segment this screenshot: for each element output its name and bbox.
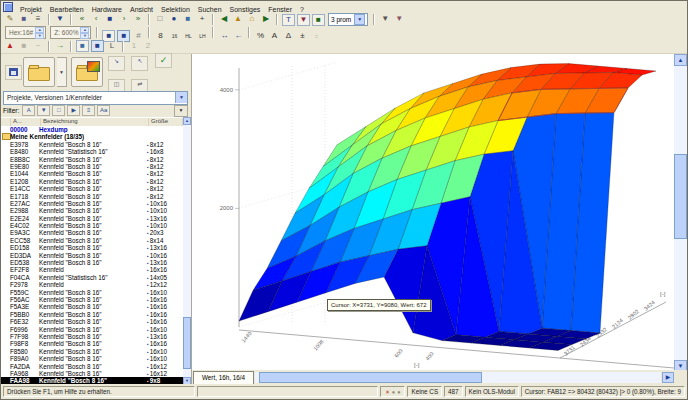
map-hscrollbar[interactable] [255, 372, 661, 383]
funnel-icon[interactable]: ▼ [379, 14, 391, 25]
list-item[interactable]: F56ACKennfeld "Bosch 8 16"▪16x16 [1, 296, 183, 303]
map-size-icon: ▪ [147, 230, 149, 236]
kennfelder-list[interactable]: 00000HexdumpMeine Kennfelder (18/35)E397… [1, 126, 183, 385]
menu-bearbeiten[interactable]: Bearbeiten [46, 6, 88, 13]
spinner-icon[interactable]: ▲▼ [80, 27, 89, 39]
list-item[interactable]: ED158Kennfeld "Bosch 8 16"▪13x16 [1, 244, 183, 251]
list-item[interactable]: F6996Kennfeld "Bosch 8 16"▪16x10 [1, 326, 183, 333]
scroll-up-icon[interactable]: ▲ [183, 117, 191, 125]
filter-option-icon[interactable]: Aa [97, 105, 110, 116]
scrollbar-thumb[interactable] [674, 154, 687, 239]
map-size-icon: ▪ [147, 208, 149, 214]
filter-dropdown-button[interactable]: ▼ [174, 105, 188, 117]
list-item[interactable]: F6E32Kennfeld "Bosch 8 16"▪16x16 [1, 318, 183, 325]
list-item[interactable]: E9E80Kennfeld "Bosch 8 16"▪8x12 [1, 163, 183, 170]
menu-fenster[interactable]: Fenster [264, 6, 296, 13]
list-item[interactable]: E8B8CKennfeld "Bosch 8 16"▪8x12 [1, 156, 183, 163]
list-item[interactable]: E1208Kennfeld "Bosch 8 16"▪8x12 [1, 178, 183, 185]
units-dropdown[interactable]: 3 prom▼ [328, 13, 368, 26]
list-item[interactable]: E4C02Kennfeld "Bosch 8 16"▪10x10 [1, 222, 183, 229]
open-kennfeld-button[interactable] [71, 57, 103, 87]
list-item[interactable]: F5BB0Kennfeld "Bosch 8 16"▪16x16 [1, 311, 183, 318]
svg-text:4000: 4000 [220, 87, 234, 93]
list-item[interactable]: E2988Kennfeld "Bosch 8 16"▪10x10 [1, 207, 183, 214]
bar-chart-icon[interactable]: ■ [18, 41, 30, 52]
apply-icon[interactable]: → [54, 41, 66, 52]
save-project-button[interactable] [5, 65, 22, 80]
list-item[interactable]: F89A0Kennfeld "Bosch 8 16"▪16x10 [1, 355, 183, 362]
scroll-up-icon[interactable]: ▲ [674, 54, 687, 66]
open-project-dropdown[interactable]: ▼ [57, 57, 67, 87]
list-item[interactable]: E27ACKennfeld "Bosch 8 16"▪10x16 [1, 200, 183, 207]
list-item[interactable]: F5A3EKennfeld "Bosch 8 16"▪16x16 [1, 303, 183, 310]
import-version-button[interactable]: ↘ [108, 56, 125, 71]
list-item[interactable]: E8480Kennfeld "Statistisch 16"▪16x8 [1, 148, 183, 155]
filter-option-icon[interactable]: ≡ [82, 105, 95, 116]
list-item[interactable]: ED3DAKennfeld "Bosch 8 16"▪10x16 [1, 252, 183, 259]
scroll-right-icon[interactable]: ▶ [662, 372, 674, 383]
scrollbar-thumb[interactable] [183, 317, 191, 369]
print-icon[interactable]: ≡ [32, 14, 44, 25]
list-item[interactable]: F7F98Kennfeld "Bosch 8 16"▪13x16 [1, 333, 183, 340]
hex-width-field[interactable]: Hex:16# ▲▼ [5, 26, 46, 39]
first-version-icon[interactable]: « [76, 14, 88, 25]
project-properties-icon[interactable]: ■ [18, 14, 30, 25]
list-item[interactable]: E1044Kennfeld "Bosch 8 16"▪8x12 [1, 170, 183, 177]
list-item[interactable]: ED538Kennfeld "Bosch 8 16"▪13x16 [1, 259, 183, 266]
map-size-icon: ▪ [147, 164, 149, 170]
menu-sonstiges[interactable]: Sonstiges [226, 6, 265, 13]
list-item-hexdump[interactable]: 00000Hexdump [1, 126, 183, 133]
list-item[interactable]: E14CCKennfeld "Bosch 8 16"▪8x12 [1, 185, 183, 192]
window-3d-icon[interactable]: ■ [91, 40, 104, 52]
zoom-field[interactable]: Z: 600% ▲▼ [50, 26, 91, 39]
header-size-col[interactable]: Größe [149, 118, 183, 126]
filter-option-icon[interactable]: ▶ [67, 105, 80, 116]
list-folder-row[interactable]: Meine Kennfelder (18/35) [1, 133, 183, 140]
funnel-config-icon[interactable]: ▼ [393, 14, 405, 25]
import-file-icon[interactable]: ▼ [54, 14, 66, 25]
chevron-down-icon[interactable]: ▼ [354, 14, 365, 25]
surface-chart[interactable]: 4000200014401008600400[-]373124342332212… [192, 54, 674, 372]
status-checksum: Keine CS [407, 386, 442, 397]
menu-?[interactable]: ? [296, 6, 308, 13]
chevron-down-icon[interactable]: ▼ [175, 92, 187, 103]
menu-selektion[interactable]: Selektion [157, 6, 194, 13]
list-item[interactable]: FA968Kennfeld "Bosch 8 16"▪16x12 [1, 370, 183, 377]
menu-projekt[interactable]: Projekt [16, 6, 46, 13]
filter-option-icon[interactable]: □ [52, 105, 65, 116]
list-item[interactable]: F559CKennfeld "Bosch 8 16"▪16x10 [1, 289, 183, 296]
filter-option-icon[interactable]: A [22, 105, 35, 116]
list-item[interactable]: ECC58Kennfeld "Bosch 8 16"▪8x14 [1, 237, 183, 244]
list-item[interactable]: E3978Kennfeld "Bosch 8 16"▪8x12 [1, 141, 183, 148]
list-item[interactable]: E1718Kennfeld "Bosch 8 16"▪8x12 [1, 193, 183, 200]
spinner-icon[interactable]: ▲▼ [35, 27, 44, 39]
app-icon[interactable] [3, 2, 13, 12]
menu-suchen[interactable]: Suchen [194, 6, 226, 13]
menu-hardware[interactable]: Hardware [88, 6, 126, 13]
value-tab[interactable]: Wert, 16h, 16/4 [193, 371, 254, 384]
list-item[interactable]: F04CAKennfeld "Statistisch 16"▪14x05 [1, 274, 183, 281]
menu-ansicht[interactable]: Ansicht [126, 6, 157, 13]
scrollbar-thumb[interactable] [259, 372, 482, 383]
list-item[interactable]: E2E24Kennfeld "Bosch 8 16"▪13x16 [1, 215, 183, 222]
accept-button[interactable]: ✓ [155, 53, 172, 68]
list-item[interactable]: F2978Kennfeld▪12x12 [1, 281, 183, 288]
list-item[interactable]: F98F8Kennfeld "Bosch 8 16"▪16x16 [1, 340, 183, 347]
line-chart-icon[interactable]: ~ [32, 41, 44, 52]
list-item[interactable]: E9A3CKennfeld "Bosch 8 16"▪20x3 [1, 229, 183, 236]
list-item[interactable]: F8580Kennfeld "Bosch 8 16"▪16x10 [1, 348, 183, 355]
list-scrollbar[interactable]: ▲ ▼ [183, 117, 191, 385]
surface-chart-icon[interactable]: ▲ [4, 41, 16, 52]
window-2d-icon[interactable]: ■ [76, 40, 89, 52]
export-version-button[interactable]: ↖ [131, 56, 148, 71]
list-item[interactable]: FA2DAKennfeld "Bosch 8 16"▪16x12 [1, 363, 183, 370]
header-name-col[interactable]: Bezeichnung [41, 118, 149, 126]
edit-icon[interactable]: ✎ [4, 14, 16, 25]
header-addr-col[interactable]: A... [11, 118, 41, 126]
header-icon-col[interactable] [1, 118, 11, 126]
filter-option-icon[interactable]: ▼ [37, 105, 50, 116]
list-item[interactable]: EF2F8Kennfeld▪16x16 [1, 266, 183, 273]
open-project-button[interactable] [23, 57, 55, 87]
map-vscrollbar[interactable]: ▲ ▼ [674, 54, 687, 372]
view-selector-combo[interactable]: Projekte, Versionen 1/Kennfelder ▼ [3, 91, 188, 105]
